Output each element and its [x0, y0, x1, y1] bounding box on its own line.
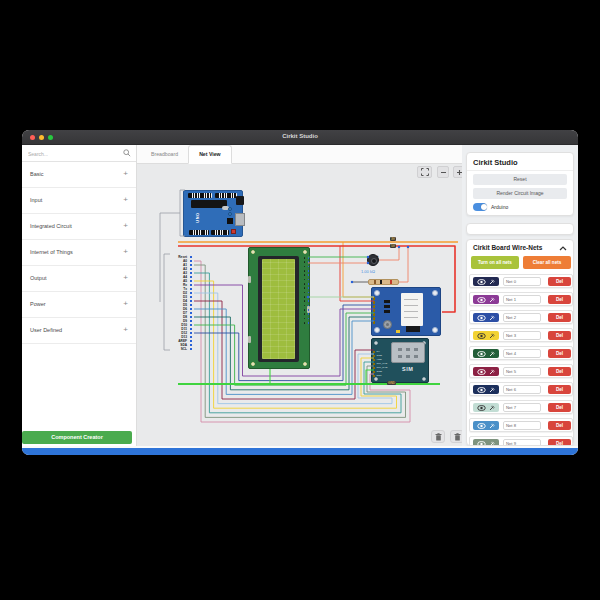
sidebar-item-output[interactable]: Output+ — [22, 266, 136, 292]
pin-connector[interactable] — [190, 336, 192, 338]
color-picker-icon[interactable] — [489, 369, 495, 375]
net-name-field[interactable]: Net 2 — [503, 313, 541, 322]
sim-pin[interactable] — [373, 351, 376, 354]
pin-connector[interactable] — [190, 344, 192, 346]
turn-on-all-nets-button[interactable]: Turn on all nets — [471, 256, 519, 269]
sim-pin[interactable] — [373, 371, 376, 374]
net-delete-button[interactable]: Del — [548, 439, 571, 446]
net-name-field[interactable]: Net 6 — [503, 385, 541, 394]
pin-connector[interactable] — [190, 304, 192, 306]
eye-icon[interactable] — [477, 351, 486, 357]
net-color-pill[interactable] — [473, 331, 499, 340]
wire-junction-dot[interactable] — [351, 281, 353, 283]
net-color-pill[interactable] — [473, 439, 499, 446]
pin-connector[interactable] — [190, 292, 192, 294]
gsm-pin[interactable] — [373, 309, 376, 312]
sidebar-item-input[interactable]: Input+ — [22, 188, 136, 214]
wire-junction-dot[interactable] — [407, 246, 409, 248]
search-input[interactable] — [26, 147, 120, 160]
eye-icon[interactable] — [477, 423, 486, 429]
gsm-pin[interactable] — [373, 317, 376, 320]
lcd-pin-connector[interactable] — [308, 287, 310, 289]
eye-icon[interactable] — [477, 333, 486, 339]
pin-connector[interactable] — [190, 284, 192, 286]
pin-connector[interactable] — [190, 312, 192, 314]
color-picker-icon[interactable] — [489, 351, 495, 357]
sidebar-item-internet-of-things[interactable]: Internet of Things+ — [22, 240, 136, 266]
lcd-pin-connector[interactable] — [308, 274, 310, 276]
expand-plus-icon[interactable]: + — [123, 195, 128, 204]
pin-connector[interactable] — [190, 328, 192, 330]
color-picker-icon[interactable] — [489, 333, 495, 339]
eye-icon[interactable] — [477, 387, 486, 393]
pin-connector[interactable] — [190, 268, 192, 270]
net-color-pill[interactable] — [473, 295, 499, 304]
net-color-pill[interactable] — [473, 277, 499, 286]
arduino-uno-board[interactable]: UNO — [183, 190, 243, 237]
pin-connector[interactable] — [190, 320, 192, 322]
pin-connector[interactable] — [190, 300, 192, 302]
pin-connector[interactable] — [190, 324, 192, 326]
lcd-pin-connector[interactable] — [308, 270, 310, 272]
tab-net-view[interactable]: Net View — [188, 145, 232, 164]
pin-connector[interactable] — [190, 316, 192, 318]
clear-canvas-button[interactable] — [450, 430, 462, 443]
lcd-pin-connector[interactable] — [308, 279, 310, 281]
expand-plus-icon[interactable]: + — [123, 325, 128, 334]
lcd-pin-connector[interactable] — [308, 309, 310, 311]
pin-connector[interactable] — [190, 308, 192, 310]
net-name-field[interactable]: Net 8 — [503, 421, 541, 430]
pin-connector[interactable] — [190, 276, 192, 278]
sidebar-item-power[interactable]: Power+ — [22, 292, 136, 318]
pin-connector[interactable] — [190, 256, 192, 258]
net-name-field[interactable]: Net 7 — [503, 403, 541, 412]
lcd-pin-connector[interactable] — [308, 257, 310, 259]
reset-button[interactable]: Reset — [473, 174, 567, 185]
eye-icon[interactable] — [477, 369, 486, 375]
render-circuit-image-button[interactable]: Render Circuit Image — [473, 188, 567, 199]
gsm-module[interactable] — [371, 287, 441, 336]
net-color-pill[interactable] — [473, 313, 499, 322]
pin-connector[interactable] — [190, 272, 192, 274]
sim-pin[interactable] — [373, 367, 376, 370]
color-picker-icon[interactable] — [489, 423, 495, 429]
lcd-pin-connector[interactable] — [308, 296, 310, 298]
net-name-field[interactable]: Net 0 — [503, 277, 541, 286]
net-delete-button[interactable]: Del — [548, 295, 571, 304]
component-creator-button[interactable]: Component Creator — [22, 431, 132, 444]
circuit-canvas[interactable]: UNO ResetA0A1A2A3A4A5RxTxD2D3D4D5D6D7D8D… — [137, 164, 462, 447]
eye-icon[interactable] — [477, 315, 486, 321]
net-color-pill[interactable] — [473, 367, 499, 376]
net-delete-button[interactable]: Del — [548, 277, 571, 286]
pin-connector[interactable] — [190, 264, 192, 266]
color-picker-icon[interactable] — [489, 387, 495, 393]
clear-all-nets-button[interactable]: Clear all nets — [523, 256, 571, 269]
net-color-pill[interactable] — [473, 349, 499, 358]
net-color-pill[interactable] — [473, 385, 499, 394]
eye-icon[interactable] — [477, 297, 486, 303]
expand-plus-icon[interactable]: + — [123, 221, 128, 230]
color-picker-icon[interactable] — [489, 405, 495, 411]
arduino-toggle[interactable] — [473, 203, 487, 211]
zoom-out-button[interactable] — [437, 166, 449, 178]
lcd-pin-connector[interactable] — [308, 292, 310, 294]
sidebar-item-basic[interactable]: Basic+ — [22, 162, 136, 188]
eye-icon[interactable] — [477, 279, 486, 285]
net-delete-button[interactable]: Del — [548, 421, 571, 430]
gsm-pin[interactable] — [373, 305, 376, 308]
resistor[interactable] — [368, 279, 399, 285]
sidebar-item-user-defined[interactable]: User Defined+ — [22, 318, 136, 344]
net-name-field[interactable]: Net 4 — [503, 349, 541, 358]
sim-card-module[interactable]: SIM 5VGNDVDDSIM_TXDSIM_RXDGNDRST — [371, 338, 429, 383]
net-delete-button[interactable]: Del — [548, 403, 571, 412]
buzzer[interactable]: + — [367, 254, 379, 266]
lcd-16x2-display[interactable] — [248, 247, 310, 369]
net-name-field[interactable]: Net 9 — [503, 439, 541, 446]
pin-connector[interactable] — [190, 348, 192, 350]
net-delete-button[interactable]: Del — [548, 349, 571, 358]
lcd-pin-connector[interactable] — [308, 318, 310, 320]
color-picker-icon[interactable] — [489, 297, 495, 303]
net-name-field[interactable]: Net 1 — [503, 295, 541, 304]
net-name-field[interactable]: Net 3 — [503, 331, 541, 340]
pin-connector[interactable] — [190, 260, 192, 262]
